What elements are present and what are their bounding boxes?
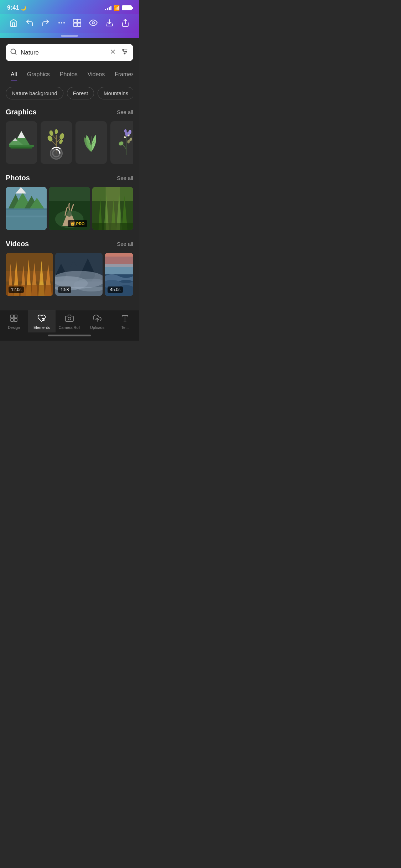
undo-button[interactable] [24,17,35,29]
category-tabs: All Graphics Photos Videos Frames › [6,68,133,81]
svg-rect-56 [6,210,47,230]
chip-forest[interactable]: Forest [67,87,94,99]
graphics-see-all[interactable]: See all [117,109,133,115]
videos-section-header: Videos See all [6,240,133,248]
svg-point-46 [124,136,126,138]
pro-badge: 👑 PRO [68,220,87,227]
svg-point-0 [58,22,60,24]
graphic-branch[interactable] [41,121,72,164]
svg-point-18 [126,51,127,52]
nav-camera[interactable]: Camera Roll [56,310,83,332]
videos-see-all[interactable]: See all [117,241,133,247]
chip-nature-background[interactable]: Nature background [6,87,63,99]
svg-rect-94 [105,264,133,274]
graphic-flower[interactable] [110,121,133,164]
nav-camera-label: Camera Roll [58,325,80,330]
photos-grid: 👑 PRO [6,187,133,230]
nav-elements-label: Elements [33,325,50,330]
photo-lake[interactable] [6,187,47,230]
search-input[interactable] [21,49,105,56]
nav-elements[interactable]: Elements [28,310,56,332]
svg-point-17 [123,49,124,50]
svg-rect-70 [105,187,120,230]
design-icon [10,314,18,324]
svg-rect-96 [105,253,133,257]
clear-button[interactable] [109,48,117,57]
tab-graphics[interactable]: Graphics [22,68,55,81]
video-ocean[interactable]: 45.0s [105,253,133,296]
graphics-section-header: Graphics See all [6,108,133,116]
tab-photos[interactable]: Photos [55,68,83,81]
tab-frames[interactable]: Frames [110,68,133,81]
nav-uploads-label: Uploads [90,325,104,330]
time-display: 9:41 [7,4,19,11]
graphic-leaves[interactable] [75,121,107,164]
suggestions-row: Nature background Forest Mountains Trees [6,87,133,99]
filter-button[interactable] [120,47,129,58]
battery-icon [122,5,132,10]
svg-point-44 [124,129,127,133]
svg-rect-5 [74,23,77,26]
videos-grid: 12.0s 1:58 [6,253,133,296]
graphics-title: Graphics [6,108,37,116]
svg-point-102 [68,317,71,320]
videos-title: Videos [6,240,29,248]
search-icon [10,48,17,57]
svg-rect-97 [11,315,14,318]
crown-icon: 👑 [70,221,75,226]
video-autumn[interactable]: 12.0s [6,253,53,296]
download-button[interactable] [104,17,115,29]
svg-point-2 [63,22,65,24]
video-duration-3: 45.0s [108,286,123,293]
home-button[interactable] [8,17,19,29]
photos-title: Photos [6,174,30,182]
preview-button[interactable] [88,17,99,29]
nav-text[interactable]: Te... [111,310,139,332]
status-icons: 📶 [105,5,132,11]
signal-icon [105,5,111,10]
pages-button[interactable] [72,17,83,29]
svg-point-43 [127,129,132,135]
home-indicator [0,332,139,341]
svg-point-19 [124,53,125,54]
svg-point-7 [92,22,94,24]
main-content: All Graphics Photos Videos Frames › Natu… [0,38,139,310]
svg-rect-4 [78,19,81,22]
nav-uploads[interactable]: Uploads [83,310,111,332]
nav-design[interactable]: Design [0,310,28,332]
svg-rect-100 [14,319,17,321]
home-pill [48,335,91,336]
photo-forest[interactable] [92,187,133,230]
tab-all[interactable]: All [6,68,22,81]
tab-videos[interactable]: Videos [83,68,110,81]
svg-rect-25 [10,146,32,148]
redo-button[interactable] [40,17,51,29]
svg-rect-6 [78,23,81,26]
photos-see-all[interactable]: See all [117,175,133,181]
chip-mountains[interactable]: Mountains [98,87,133,99]
bottom-nav: Design Elements Camera Roll Uploads [0,310,139,332]
svg-rect-98 [14,315,17,318]
photos-section-header: Photos See all [6,174,133,182]
search-bar [6,44,133,61]
photo-hand[interactable]: 👑 PRO [49,187,90,230]
video-fog[interactable]: 1:58 [55,253,103,296]
svg-point-33 [55,129,58,134]
drag-pill [61,35,78,37]
elements-icon [37,314,46,324]
graphic-mountain[interactable] [6,121,37,164]
svg-marker-21 [18,131,25,138]
share-button[interactable] [120,17,131,29]
more-button[interactable] [56,17,67,29]
nav-text-label: Te... [121,325,129,330]
svg-line-40 [123,144,126,149]
graphics-row [6,121,133,164]
status-bar: 9:41 🌙 📶 [0,0,139,14]
nav-design-label: Design [8,325,20,330]
svg-rect-99 [11,319,14,321]
svg-line-11 [15,53,16,55]
text-icon [121,314,129,324]
svg-rect-81 [6,271,53,281]
video-duration-2: 1:58 [58,286,71,293]
moon-icon: 🌙 [21,5,26,11]
